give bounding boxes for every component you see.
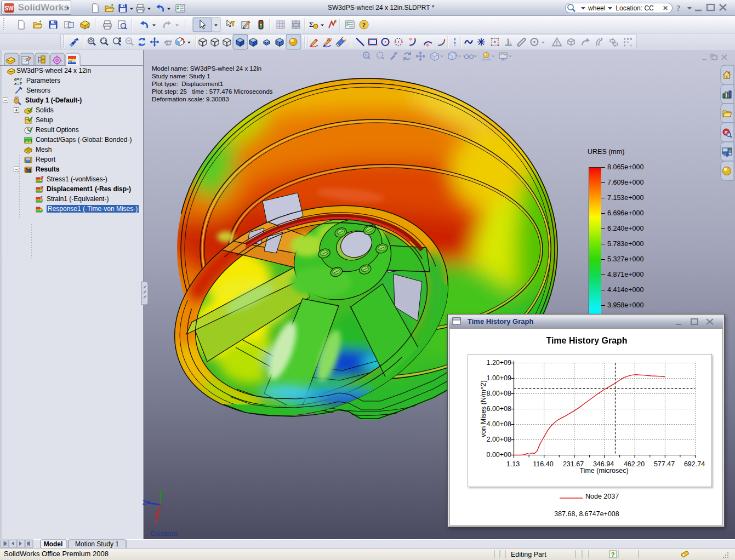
svg-text:u: u: [41, 185, 43, 190]
svg-text:ε: ε: [41, 195, 43, 199]
svg-text:3D: 3D: [327, 37, 332, 41]
svg-text:?: ?: [611, 551, 615, 558]
svg-text:Z: Z: [143, 499, 146, 506]
svg-text:Motion Study 1: Motion Study 1: [75, 540, 119, 548]
svg-text:?: ?: [676, 4, 681, 13]
svg-text:x=?: x=?: [14, 81, 22, 86]
svg-text:?: ?: [362, 21, 366, 29]
svg-text:Σ: Σ: [309, 20, 314, 28]
svg-text:σ: σ: [41, 175, 44, 180]
svg-text:Editing Part: Editing Part: [511, 551, 546, 558]
svg-text:SW: SW: [4, 5, 14, 12]
svg-text:Model: Model: [44, 540, 63, 548]
svg-text:X: X: [153, 518, 158, 525]
